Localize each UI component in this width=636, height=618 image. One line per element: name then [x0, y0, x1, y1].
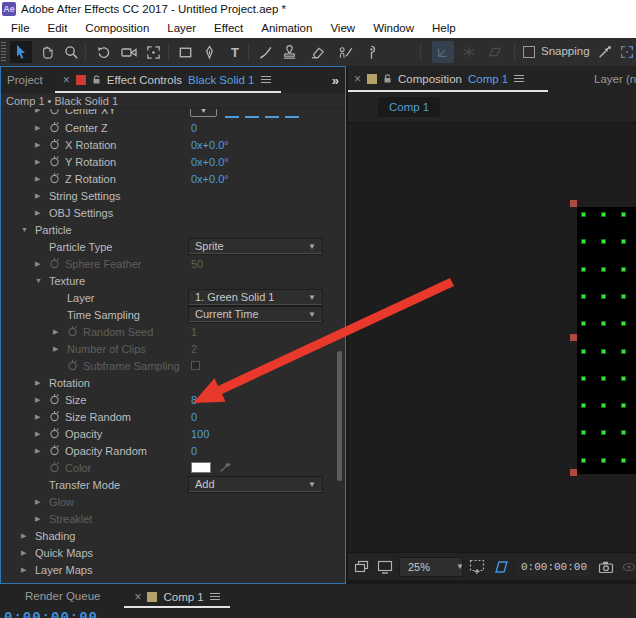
effect-row-particle-type[interactable]: Particle TypeSprite▼: [1, 238, 345, 255]
effect-row-layer[interactable]: Layer1. Green Solid 1▼: [1, 289, 345, 306]
comp-navigator-chip[interactable]: Comp 1: [378, 97, 440, 117]
stopwatch-icon[interactable]: [49, 461, 65, 475]
close-tab-icon[interactable]: ×: [63, 73, 70, 87]
camera-tool-button[interactable]: [118, 41, 140, 63]
effect-row-opacity[interactable]: ▶Opacity100: [1, 425, 345, 442]
clipped-control[interactable]: ▼: [190, 109, 217, 117]
scrollbar-thumb[interactable]: [337, 351, 342, 481]
menu-help[interactable]: Help: [423, 18, 465, 38]
snapshot-camera-icon[interactable]: [598, 560, 615, 574]
zoom-tool-button[interactable]: [60, 41, 82, 63]
property-value[interactable]: 0x+0.0°: [191, 139, 229, 151]
stopwatch-icon[interactable]: [49, 410, 65, 424]
local-axis-mode-button[interactable]: [432, 41, 454, 63]
menu-file[interactable]: File: [2, 18, 39, 38]
stopwatch-icon[interactable]: [49, 155, 65, 169]
eraser-tool-button[interactable]: [306, 41, 328, 63]
effect-row-shading[interactable]: ▶Shading: [1, 527, 345, 544]
expander-icon[interactable]: ▶: [35, 430, 49, 438]
effect-row-y-rotation[interactable]: ▶Y Rotation0x+0.0°: [1, 153, 345, 170]
effect-row-streaklet[interactable]: ▶Streaklet: [1, 510, 345, 527]
stopwatch-icon[interactable]: [67, 325, 83, 339]
tab-layer[interactable]: Layer (non: [594, 66, 636, 92]
menu-edit[interactable]: Edit: [39, 18, 77, 38]
expander-icon[interactable]: ▶: [35, 141, 49, 149]
property-value[interactable]: 2: [191, 343, 197, 355]
stopwatch-icon[interactable]: [67, 359, 83, 373]
tab-project[interactable]: Project: [1, 67, 55, 93]
property-value[interactable]: 0x+0.0°: [191, 173, 229, 185]
effect-row-color[interactable]: Color: [1, 459, 345, 476]
menu-layer[interactable]: Layer: [158, 18, 205, 38]
timeline-timecode[interactable]: 0:00:00:00: [4, 610, 98, 618]
clone-stamp-tool-button[interactable]: [278, 41, 300, 63]
transfer-mode-dropdown[interactable]: Add▼: [189, 477, 322, 492]
menu-window[interactable]: Window: [364, 18, 423, 38]
toolbar-grip[interactable]: [1, 42, 6, 62]
pen-tool-button[interactable]: [198, 41, 220, 63]
effect-row-size[interactable]: ▶Size8: [1, 391, 345, 408]
more-tabs-icon[interactable]: »: [332, 73, 339, 88]
close-tab-icon[interactable]: ×: [134, 590, 141, 604]
snapping-checkbox[interactable]: [523, 46, 535, 58]
effect-row-center-z[interactable]: ▶Center Z0: [1, 119, 345, 136]
effect-row-transfer-mode[interactable]: Transfer ModeAdd▼: [1, 476, 345, 493]
transparency-grid-icon[interactable]: [492, 560, 510, 574]
effect-row-subframe-sampling[interactable]: Subframe Sampling: [1, 357, 345, 374]
always-preview-icon[interactable]: [354, 560, 370, 574]
effect-row-center-xy[interactable]: ▶Center XY▼: [1, 109, 345, 119]
stopwatch-icon[interactable]: [49, 109, 65, 117]
stopwatch-icon[interactable]: [49, 138, 65, 152]
time-sampling-dropdown[interactable]: Current Time▼: [189, 307, 322, 322]
expander-icon[interactable]: ▼: [35, 277, 49, 284]
roto-brush-tool-button[interactable]: [334, 41, 356, 63]
effect-row-layer-maps[interactable]: ▶Layer Maps: [1, 561, 345, 578]
property-value[interactable]: 0: [191, 411, 197, 423]
expander-icon[interactable]: ▶: [21, 532, 35, 540]
effect-row-size-random[interactable]: ▶Size Random0: [1, 408, 345, 425]
eyedropper-icon[interactable]: [219, 462, 233, 475]
expander-icon[interactable]: ▶: [35, 175, 49, 183]
menu-view[interactable]: View: [321, 18, 364, 38]
subframe-sampling-checkbox[interactable]: [191, 361, 200, 370]
property-value[interactable]: 50: [191, 258, 203, 270]
close-tab-icon[interactable]: ×: [354, 72, 361, 86]
effect-row-number-of-clips[interactable]: ▶Number of Clips2: [1, 340, 345, 357]
expander-icon[interactable]: ▶: [35, 192, 49, 200]
tab-render-queue[interactable]: Render Queue: [0, 585, 100, 608]
expander-icon[interactable]: ▶: [35, 498, 49, 506]
property-value[interactable]: 1: [191, 326, 197, 338]
brush-tool-button[interactable]: [254, 41, 276, 63]
region-of-interest-icon[interactable]: [469, 559, 485, 574]
world-axis-mode-button[interactable]: [458, 41, 480, 63]
magnification-dropdown[interactable]: 25% ▼: [400, 558, 462, 576]
rectangle-tool-button[interactable]: [174, 41, 196, 63]
stopwatch-icon[interactable]: [49, 393, 65, 407]
effect-row-quick-maps[interactable]: ▶Quick Maps: [1, 544, 345, 561]
stopwatch-icon[interactable]: [49, 121, 65, 135]
effect-row-x-rotation[interactable]: ▶X Rotation0x+0.0°: [1, 136, 345, 153]
workspace-brackets-button[interactable]: [616, 41, 636, 63]
menu-effect[interactable]: Effect: [205, 18, 252, 38]
type-tool-button[interactable]: T: [224, 41, 246, 63]
expander-icon[interactable]: ▶: [53, 328, 67, 336]
effect-row-particle[interactable]: ▼Particle: [1, 221, 345, 238]
expander-icon[interactable]: ▶: [21, 549, 35, 557]
tab-effect-controls[interactable]: × Effect Controls Black Solid 1: [55, 67, 281, 93]
effect-row-z-rotation[interactable]: ▶Z Rotation0x+0.0°: [1, 170, 345, 187]
monitor-icon[interactable]: [377, 560, 393, 574]
rotation-tool-button[interactable]: [92, 41, 114, 63]
stopwatch-icon[interactable]: [49, 427, 65, 441]
expander-icon[interactable]: ▶: [53, 345, 67, 353]
expander-icon[interactable]: ▶: [35, 109, 49, 114]
stopwatch-icon[interactable]: [49, 172, 65, 186]
expander-icon[interactable]: ▶: [35, 396, 49, 404]
expander-icon[interactable]: ▶: [35, 413, 49, 421]
panel-menu-icon[interactable]: [210, 593, 220, 601]
menu-animation[interactable]: Animation: [252, 18, 321, 38]
effect-row-sphere-feather[interactable]: ▶Sphere Feather50: [1, 255, 345, 272]
tab-composition[interactable]: × Composition Comp 1: [348, 66, 548, 92]
selection-tool-button[interactable]: [10, 41, 32, 63]
expander-icon[interactable]: ▶: [35, 447, 49, 455]
expander-icon[interactable]: ▶: [35, 379, 49, 387]
